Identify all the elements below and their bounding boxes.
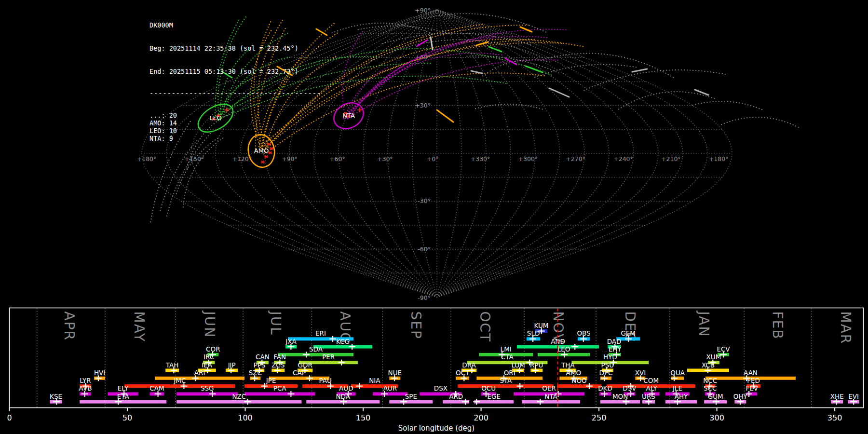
shower-label-PER: PER <box>322 353 335 361</box>
shower-bar-ARI <box>155 377 244 380</box>
shower-label-ZCS: ZCS <box>271 361 285 369</box>
shower-bars: KUMERISLDOBSGEMJXAKCGANDDADCORSDALMILEOE… <box>50 322 859 405</box>
begin-time-line: Beg: 20251114 22:35:38 (sol = 232.45°) <box>149 44 321 52</box>
shower-FEV: FEV <box>746 384 759 397</box>
shower-label-NCC: NCC <box>703 377 717 384</box>
month-label-FEB: FEB <box>770 312 786 340</box>
shower-label-PAU: PAU <box>319 377 331 384</box>
shower-label-DPC: DPC <box>599 369 613 377</box>
shower-label-SCC: SCC <box>704 384 717 392</box>
shower-label-FED: FED <box>747 377 760 384</box>
shower-label-COM: COM <box>643 377 659 384</box>
shower-SZC: SZC <box>249 369 262 381</box>
meteor-streak <box>695 90 708 95</box>
shower-label-THA: THA <box>561 361 575 369</box>
count-line: ...: 20 <box>149 111 321 119</box>
count-line: LEO: 10 <box>149 127 321 135</box>
timeline-chart: APRMAYJUNJULAUGSEPOCTNOVDECJANFEBMARKUME… <box>7 308 863 433</box>
shower-label-SZC: SZC <box>249 369 262 377</box>
shower-bar-NOO <box>557 384 601 388</box>
shower-label-AUD: AUD <box>339 384 353 392</box>
shower-XCB: XCB <box>687 361 729 374</box>
month-label-MAY: MAY <box>131 312 147 342</box>
lon-label: +300° <box>518 155 538 163</box>
lat-label: +30° <box>415 102 431 109</box>
radiant-star-marker <box>261 161 265 163</box>
shower-bar-AHY <box>665 400 697 404</box>
shower-bar-NTA <box>522 400 580 404</box>
shower-label-GUM: GUM <box>708 393 723 400</box>
shower-label-LYR: LYR <box>80 377 91 384</box>
shower-label-EHY: EHY <box>609 345 622 353</box>
shower-label-ECV: ECV <box>717 345 730 353</box>
meteor-streak <box>471 71 482 73</box>
shower-label-LMI: LMI <box>501 345 512 353</box>
x-tick-label: 0 <box>7 413 12 422</box>
lon-label: +180° <box>709 155 729 163</box>
shower-RPU: RPU <box>530 361 543 374</box>
shower-label-NIA: NIA <box>369 377 380 384</box>
shower-label-GDR: GDR <box>298 361 312 369</box>
shower-label-SDA: SDA <box>309 345 323 353</box>
shower-CAM: CAM <box>149 384 164 397</box>
x-tick-label: 200 <box>474 413 488 422</box>
shower-AVB: AVB <box>79 384 92 397</box>
shower-TAH: TAH <box>165 361 179 374</box>
shower-label-DRA: DRA <box>462 361 476 369</box>
shower-EGE: EGE <box>473 393 514 405</box>
shower-label-QUA: QUA <box>670 369 685 377</box>
x-axis-title: Solar longitude (deg) <box>398 424 475 433</box>
shower-label-PCA: PCA <box>273 384 287 392</box>
meteor-streak <box>526 66 542 72</box>
shower-KSE: KSE <box>50 393 62 405</box>
x-tick-label: 350 <box>827 413 842 422</box>
shower-label-JLE: JLE <box>672 384 682 392</box>
shower-NDA: NDA <box>306 393 380 405</box>
shower-OHY: OHY <box>733 393 748 405</box>
x-tick-label: 300 <box>709 413 724 422</box>
shower-bar-PCA <box>244 392 315 395</box>
lon-label: +270° <box>566 155 585 163</box>
shower-counts: ...: 20AMO: 14LEO: 10NTA: 9 <box>149 111 321 142</box>
shower-label-AHY: AHY <box>675 393 688 400</box>
shower-label-SSG: SSG <box>201 384 214 392</box>
shower-label-FEV: FEV <box>746 384 758 392</box>
meteor-streak <box>520 27 532 32</box>
shower-bar-EGE <box>474 400 514 404</box>
x-tick-label: 250 <box>592 413 607 422</box>
shower-label-NTA: NTA <box>544 393 557 400</box>
lat-label: +90° <box>415 7 431 14</box>
shower-label-MON: MON <box>612 393 628 400</box>
x-tick-label: 100 <box>238 413 253 422</box>
shower-label-AVB: AVB <box>79 384 92 392</box>
shower-label-PSU: PSU <box>601 361 614 369</box>
count-line: NTA: 9 <box>149 135 321 142</box>
shower-DKD: DKD <box>598 384 612 397</box>
month-label-JUL: JUL <box>268 311 284 336</box>
shower-label-ERI: ERI <box>315 329 326 337</box>
shower-bar-MON <box>600 400 640 404</box>
lon-label: +240° <box>613 155 633 163</box>
meteor-streak <box>437 110 453 122</box>
month-label-JAN: JAN <box>696 311 712 338</box>
shower-EVI: EVI <box>848 393 859 405</box>
shower-label-CTA: CTA <box>501 353 514 361</box>
shower-SLD: SLD <box>527 329 540 342</box>
shower-label-XHE: XHE <box>830 393 844 400</box>
shower-HVI: HVI <box>94 369 105 381</box>
meteor-observation-screenshot: +180°+150°+120°+90°+60°+30°+0°+330°+300°… <box>0 0 868 434</box>
shower-label-DAD: DAD <box>607 338 622 345</box>
shower-bar-SSG <box>176 392 238 395</box>
shower-bar-JPE <box>244 384 298 388</box>
lat-label: -90° <box>418 294 431 301</box>
shower-label-CAM: CAM <box>149 384 164 392</box>
observation-info-panel: DK000M Beg: 20251114 22:35:38 (sol = 232… <box>149 6 321 158</box>
shower-label-ORI: ORI <box>504 369 515 377</box>
shower-label-ARI: ARI <box>194 369 205 377</box>
shower-label-XCB: XCB <box>702 361 715 369</box>
shower-label-DSV: DSV <box>623 384 637 392</box>
lat-label: -60° <box>418 245 431 253</box>
shower-label-ELY: ELY <box>118 384 129 392</box>
month-label-JUN: JUN <box>202 311 217 339</box>
plot-canvas: +180°+150°+120°+90°+60°+30°+0°+330°+300°… <box>0 0 868 434</box>
